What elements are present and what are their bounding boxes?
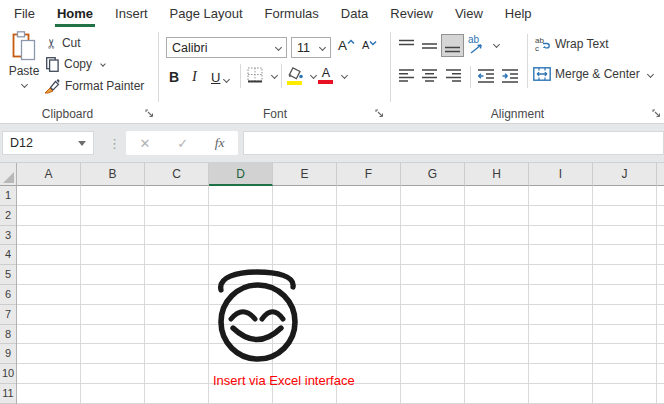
column-headers: A B C D E F G H I J [0, 163, 664, 186]
font-size-combobox[interactable]: 11 [291, 37, 331, 58]
row-header-3[interactable]: 3 [0, 226, 16, 246]
row-header-8[interactable]: 8 [0, 325, 16, 345]
fill-color-swatch [287, 81, 302, 85]
scissors-icon: ✂ [44, 38, 59, 49]
increase-indent-button[interactable] [500, 66, 520, 86]
tab-data[interactable]: Data [330, 0, 379, 28]
underline-button[interactable]: U [211, 65, 229, 87]
tab-insert[interactable]: Insert [104, 0, 159, 28]
merge-center-button[interactable]: Merge & Center [533, 67, 653, 81]
font-name-value: Calibri [172, 41, 207, 55]
paste-icon [12, 31, 36, 61]
wrap-text-label: Wrap Text [555, 37, 609, 51]
enter-button[interactable]: ✓ [177, 136, 188, 151]
merge-center-chevron-icon[interactable] [647, 70, 654, 77]
font-name-chevron-icon[interactable] [275, 44, 282, 51]
cells-area[interactable]: Insert via Excel interface [17, 186, 664, 404]
bold-icon: B [169, 69, 179, 85]
font-color-button[interactable]: A [318, 67, 334, 84]
column-header-i[interactable]: I [529, 163, 593, 186]
orientation-chevron-icon[interactable] [493, 41, 500, 48]
button-separator [240, 64, 241, 88]
bottom-align-button[interactable] [441, 34, 464, 57]
row-header-4[interactable]: 4 [0, 245, 16, 265]
align-right-button[interactable] [443, 66, 463, 86]
tab-file[interactable]: File [3, 0, 46, 28]
row-header-9[interactable]: 9 [0, 344, 16, 364]
borders-button[interactable] [247, 67, 263, 83]
row-header-11[interactable]: 11 [0, 384, 16, 404]
row-header-10[interactable]: 10 [0, 364, 16, 384]
fill-color-button[interactable] [287, 67, 303, 85]
bold-button[interactable]: B [169, 65, 179, 87]
alignment-dialog-launcher-icon[interactable] [652, 109, 661, 118]
column-header-partial[interactable] [657, 163, 664, 186]
row-header-2[interactable]: 2 [0, 206, 16, 226]
fill-color-chevron-icon[interactable] [310, 72, 317, 79]
row-headers: 1 2 3 4 5 6 7 8 9 10 11 [0, 186, 17, 404]
column-header-a[interactable]: A [17, 163, 81, 186]
tab-help[interactable]: Help [494, 0, 543, 28]
column-header-c[interactable]: C [145, 163, 209, 186]
clipboard-dialog-launcher-icon[interactable] [145, 109, 154, 118]
column-header-h[interactable]: H [465, 163, 529, 186]
select-all-corner[interactable] [0, 163, 17, 186]
tab-home[interactable]: Home [46, 0, 104, 28]
formula-input[interactable] [243, 131, 664, 155]
column-header-e[interactable]: E [273, 163, 337, 186]
borders-chevron-icon[interactable] [271, 72, 278, 79]
row-header-1[interactable]: 1 [0, 186, 16, 206]
tab-formulas[interactable]: Formulas [254, 0, 330, 28]
increase-font-size-button[interactable]: A [338, 38, 355, 53]
smiley-halo-drawing[interactable] [210, 265, 305, 365]
formula-bar-grip[interactable]: ⋮ [108, 131, 121, 155]
wrap-text-icon: ab c [534, 36, 551, 52]
button-separator [470, 66, 471, 88]
cut-button[interactable]: ✂ Cut [46, 34, 81, 52]
column-header-b[interactable]: B [81, 163, 145, 186]
underline-chevron-icon[interactable] [223, 76, 230, 83]
paste-button[interactable]: Paste [4, 31, 44, 104]
tab-page-layout[interactable]: Page Layout [159, 0, 254, 28]
tab-view[interactable]: View [444, 0, 494, 28]
group-separator [390, 32, 391, 102]
row-header-6[interactable]: 6 [0, 285, 16, 305]
font-size-chevron-icon[interactable] [319, 44, 326, 51]
font-size-value: 11 [297, 41, 310, 55]
column-header-g[interactable]: G [401, 163, 465, 186]
italic-button[interactable]: I [192, 65, 197, 87]
name-box[interactable]: D12 [2, 131, 94, 155]
copy-dropdown-chevron-icon[interactable] [100, 61, 106, 67]
column-header-f[interactable]: F [337, 163, 401, 186]
decrease-indent-button[interactable] [476, 66, 496, 86]
decrease-font-size-button[interactable]: A [362, 39, 377, 51]
borders-icon [247, 67, 263, 83]
name-box-dropdown-icon[interactable] [78, 141, 86, 146]
cut-label: Cut [62, 36, 81, 50]
font-name-combobox[interactable]: Calibri [166, 37, 287, 58]
paste-dropdown-chevron-icon[interactable] [20, 81, 27, 88]
spreadsheet-grid: A B C D E F G H I J 1 2 3 4 5 6 7 8 9 10… [0, 163, 664, 404]
row-header-7[interactable]: 7 [0, 305, 16, 325]
top-align-button[interactable] [396, 36, 416, 56]
copy-button[interactable]: Copy [46, 55, 105, 73]
insert-function-button[interactable]: fx [215, 135, 225, 151]
cancel-button[interactable]: ✕ [139, 136, 150, 151]
font-dialog-launcher-icon[interactable] [375, 109, 384, 118]
font-color-chevron-icon[interactable] [341, 72, 348, 79]
formula-bar-buttons: ✕ ✓ fx [126, 131, 238, 155]
wrap-text-button[interactable]: ab c Wrap Text [534, 36, 609, 52]
middle-align-button[interactable] [419, 36, 439, 56]
tab-review[interactable]: Review [379, 0, 444, 28]
cell-text-d9[interactable]: Insert via Excel interface [213, 371, 355, 390]
column-header-d-selected[interactable]: D [209, 163, 273, 186]
middle-align-icon [421, 38, 438, 54]
align-center-button[interactable] [419, 66, 439, 86]
align-left-button[interactable] [396, 66, 416, 86]
paintbrush-icon [44, 78, 60, 94]
column-header-j[interactable]: J [593, 163, 657, 186]
bottom-align-icon [444, 38, 461, 54]
row-header-5[interactable]: 5 [0, 265, 16, 285]
orientation-button[interactable]: ab [468, 34, 488, 54]
format-painter-button[interactable]: Format Painter [44, 77, 144, 95]
